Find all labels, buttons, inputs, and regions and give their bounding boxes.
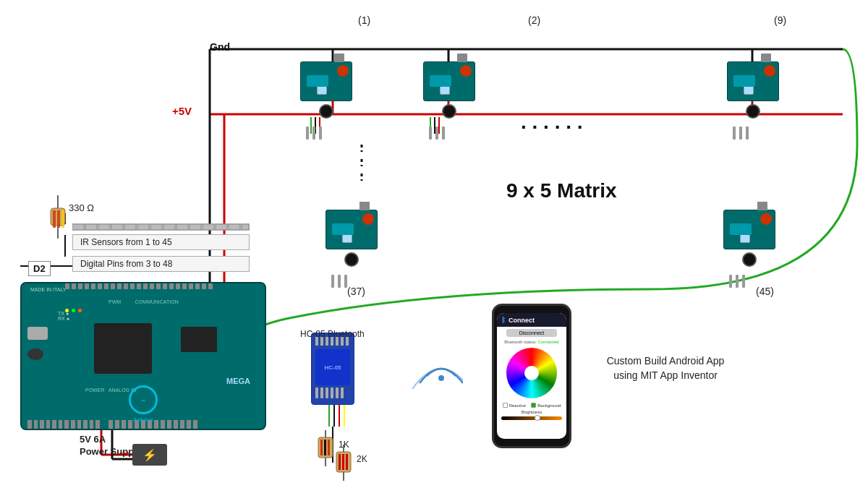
- svg-rect-35: [98, 224, 110, 230]
- brightness-slider[interactable]: [501, 416, 562, 420]
- gnd-label: Gnd: [210, 41, 230, 53]
- svg-text:. . . . . .: . . . . . .: [521, 111, 583, 133]
- ohm330-label: 330 Ω: [69, 202, 94, 213]
- phone-disconnect-btn[interactable]: Disconnect: [506, 329, 557, 337]
- svg-rect-50: [57, 210, 60, 228]
- svg-rect-51: [61, 210, 64, 228]
- svg-rect-40: [163, 224, 175, 230]
- resistor-2k-label: 2K: [357, 454, 367, 464]
- sensor-module-9: [727, 61, 779, 127]
- svg-rect-49: [53, 210, 56, 228]
- color-wheel[interactable]: [506, 348, 557, 398]
- matrix-label: 9 x 5 Matrix: [506, 179, 617, 202]
- power-supply-module: ⚡: [132, 444, 167, 466]
- svg-rect-38: [137, 224, 149, 230]
- d2-label: D2: [28, 261, 51, 276]
- phone-status: Bluetooth status: Connected: [497, 339, 566, 345]
- svg-point-65: [438, 375, 444, 381]
- svg-rect-63: [346, 454, 348, 470]
- svg-rect-41: [176, 224, 188, 230]
- module-num-9: (9): [774, 14, 786, 26]
- ir-sensors-label: IR Sensors from 1 to 45: [72, 234, 250, 250]
- module-num-2: (2): [528, 14, 540, 26]
- reactive-checkbox[interactable]: Reactive: [503, 403, 526, 408]
- svg-rect-55: [320, 440, 323, 455]
- arduino-board: MADE IN ITALY PWM COMMUNICATION POWER AN…: [20, 282, 266, 430]
- svg-rect-36: [111, 224, 123, 230]
- hc05-label: HC-05 Bluetooth: [300, 329, 365, 339]
- module-num-45: (45): [756, 286, 774, 297]
- background-checkbox[interactable]: Background: [531, 403, 561, 408]
- power-supply-arrow: →: [117, 444, 132, 461]
- sensor-module-45: [723, 210, 775, 275]
- brightness-label: Brightness: [497, 409, 566, 415]
- phone-connect-label: Connect: [509, 317, 535, 324]
- sensor-module-37: [326, 210, 378, 275]
- svg-rect-43: [203, 224, 214, 230]
- resistor-2k-body: [333, 445, 354, 484]
- phone-header: ᛒ Connect: [497, 313, 566, 327]
- bolt-icon: ⚡: [142, 448, 157, 462]
- svg-rect-62: [342, 454, 344, 470]
- slider-thumb: [535, 415, 540, 421]
- android-app-label: Custom Build Android App using MIT App I…: [593, 354, 738, 382]
- svg-rect-37: [124, 224, 136, 230]
- svg-rect-44: [216, 224, 227, 230]
- v5-label: +5V: [172, 105, 192, 117]
- digital-pins-label: Digital Pins from 3 to 48: [72, 256, 250, 272]
- svg-rect-33: [72, 224, 84, 230]
- svg-rect-34: [85, 224, 97, 230]
- bt-icon: ᛒ: [501, 316, 506, 324]
- svg-rect-46: [242, 224, 249, 230]
- phone-screen: ᛒ Connect Disconnect Bluetooth status: C…: [497, 313, 566, 439]
- module-num-37: (37): [347, 286, 365, 297]
- color-wheel-center: [524, 366, 539, 380]
- smartphone: ᛒ Connect Disconnect Bluetooth status: C…: [492, 304, 571, 448]
- phone-options: Reactive Background: [497, 401, 566, 409]
- sensor-module-1: [300, 61, 352, 127]
- svg-rect-57: [328, 440, 330, 455]
- module-num-1: (1): [358, 14, 370, 26]
- svg-rect-45: [229, 224, 240, 230]
- svg-rect-39: [150, 224, 162, 230]
- svg-rect-56: [324, 440, 326, 455]
- hc05-module: HC-05: [311, 333, 354, 405]
- resistor-330: [47, 195, 69, 241]
- svg-rect-42: [190, 224, 201, 230]
- wifi-signal: [405, 347, 463, 393]
- sensor-module-2: [423, 61, 475, 127]
- svg-rect-61: [339, 454, 341, 470]
